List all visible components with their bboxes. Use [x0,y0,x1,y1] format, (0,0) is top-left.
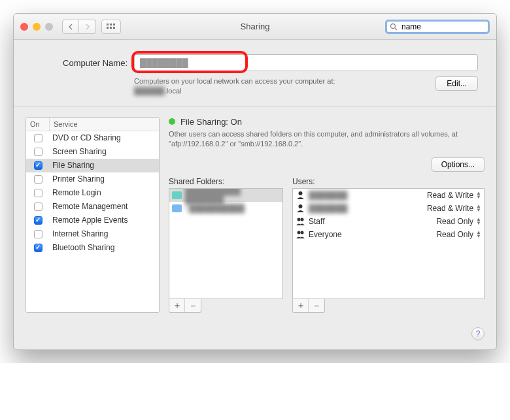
folder-label: ██████████ ███████ [185,188,280,204]
service-row[interactable]: DVD or CD Sharing [26,131,159,145]
services-header: On Service [26,118,159,131]
folders-add-remove: ＋ − [169,299,201,313]
service-row[interactable]: Printer Sharing [26,172,159,186]
users-label: Users: [292,177,484,186]
shared-folders-label: Shared Folders: [169,177,283,186]
computer-name-section: Computer Name: Computers on your local n… [14,40,496,106]
search-field-wrap[interactable]: ✕ [385,20,490,34]
service-row[interactable]: Internet Sharing [26,227,159,241]
remove-folder-button[interactable]: − [185,299,201,312]
service-label: File Sharing [50,161,159,170]
window-toolbar: Sharing ✕ [14,14,496,40]
add-folder-button[interactable]: ＋ [169,299,185,312]
service-description: Other users can access shared folders on… [169,129,484,150]
service-label: DVD or CD Sharing [50,133,159,142]
service-checkbox[interactable] [34,161,42,170]
body: On Service DVD or CD SharingScreen Shari… [14,106,496,325]
service-label: Printer Sharing [50,174,159,184]
zoom-window-button[interactable] [45,23,53,31]
service-checkbox[interactable] [34,148,42,156]
service-checkbox[interactable] [34,175,42,184]
users-add-remove: ＋ − [292,299,325,313]
svg-point-13 [301,231,304,234]
users-list[interactable]: ███████Read & Write▲▼███████Read & Write… [292,188,484,299]
svg-point-9 [299,204,303,208]
user-label: Everyone [309,230,342,239]
col-header-on: On [26,118,50,131]
shared-folders-list[interactable]: ██████████ ███████i ██████████ [169,188,283,299]
user-row[interactable]: StaffRead Only▲▼ [293,215,484,228]
user-row[interactable]: EveryoneRead Only▲▼ [293,228,484,241]
svg-rect-2 [113,24,115,25]
service-label: Remote Management [50,202,159,211]
edit-hostname-button[interactable]: Edit... [435,76,478,91]
show-all-button[interactable] [101,20,121,34]
user-label: ███████ [309,204,348,213]
service-label: Bluetooth Sharing [50,243,159,252]
service-checkbox[interactable] [34,244,42,252]
user-label: ███████ [309,191,348,200]
svg-point-6 [391,24,396,28]
stepper-icon[interactable]: ▲▼ [476,204,481,212]
service-label: Remote Login [50,188,159,197]
service-row[interactable]: File Sharing [26,159,159,172]
svg-rect-4 [110,27,112,29]
service-checkbox[interactable] [34,202,42,211]
svg-rect-1 [110,24,112,25]
service-checkbox[interactable] [34,134,42,142]
service-row[interactable]: Remote Login [26,186,159,200]
user-icon [296,204,305,212]
svg-point-11 [301,218,304,221]
user-icon [296,191,305,199]
stepper-icon[interactable]: ▲▼ [476,218,481,225]
remove-user-button[interactable]: − [309,299,324,312]
search-input[interactable] [400,22,497,32]
svg-point-8 [299,191,303,195]
computer-name-label: Computer Name: [32,58,130,68]
service-row[interactable]: Remote Apple Events [26,214,159,227]
back-button[interactable] [62,20,79,34]
forward-button[interactable] [79,20,96,34]
stepper-icon[interactable]: ▲▼ [476,231,481,238]
folder-row[interactable]: ██████████ ███████ [169,189,282,202]
service-checkbox[interactable] [34,216,42,225]
service-checkbox[interactable] [34,189,42,197]
user-permission[interactable]: Read & Write▲▼ [427,204,481,213]
window-controls [20,23,53,31]
svg-line-7 [395,28,397,30]
options-button[interactable]: Options... [432,157,484,172]
computer-name-input[interactable] [134,54,478,71]
folder-icon [172,204,182,212]
user-label: Staff [309,217,324,226]
status-dot-icon [169,118,175,125]
stepper-icon[interactable]: ▲▼ [476,191,481,199]
minimize-window-button[interactable] [33,23,41,31]
svg-point-10 [298,218,301,221]
folder-label: i ██████████ [185,204,245,213]
nav-buttons [62,20,96,34]
user-row[interactable]: ███████Read & Write▲▼ [293,189,484,202]
user-permission[interactable]: Read Only▲▼ [436,217,481,226]
col-header-service: Service [50,118,159,131]
user-permission[interactable]: Read & Write▲▼ [427,191,481,200]
user-permission[interactable]: Read Only▲▼ [436,230,481,239]
service-label: Screen Sharing [50,147,159,156]
service-label: Internet Sharing [50,229,159,238]
close-window-button[interactable] [20,23,28,31]
computer-name-subtext: Computers on your local network can acce… [134,76,335,97]
user-row[interactable]: ███████Read & Write▲▼ [293,202,484,215]
help-button[interactable]: ? [471,327,484,340]
service-row[interactable]: Bluetooth Sharing [26,241,159,255]
service-detail: File Sharing: On Other users can access … [169,117,484,313]
service-checkbox[interactable] [34,230,42,238]
folder-icon [172,191,182,199]
service-row[interactable]: Screen Sharing [26,145,159,159]
status-text: File Sharing: On [180,117,242,127]
service-row[interactable]: Remote Management [26,200,159,214]
services-table[interactable]: On Service DVD or CD SharingScreen Shari… [26,117,160,313]
sharing-preferences-window: Sharing ✕ Computer Name: Computers on yo… [13,13,497,350]
service-label: Remote Apple Events [50,216,159,225]
user-icon [296,230,305,238]
svg-point-12 [298,231,301,234]
add-user-button[interactable]: ＋ [293,299,309,312]
